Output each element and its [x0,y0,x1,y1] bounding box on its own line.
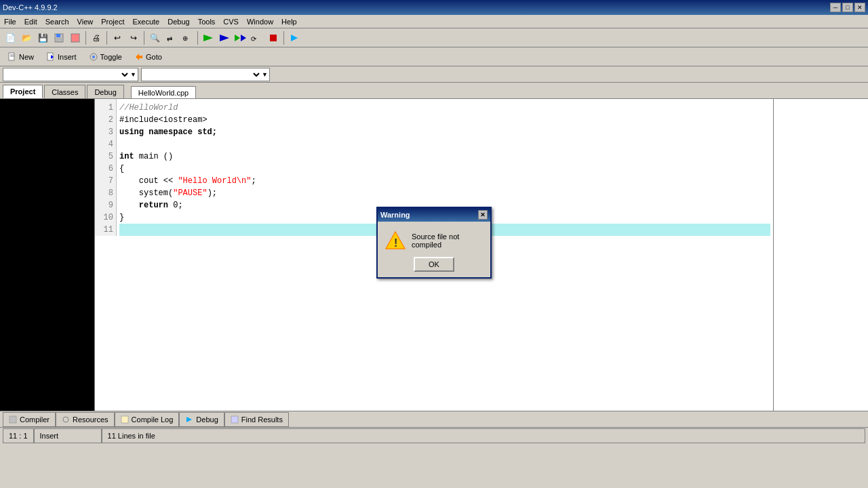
close-button[interactable]: ✕ [854,3,865,12]
toolbar1: 📄 📂 💾 🖨 ↩ ↪ 🔍 ⇄ ⊕ ⟳ [0,28,868,47]
right-panel [773,99,868,411]
menu-project[interactable]: Project [97,15,128,28]
svg-text:⊕: ⊕ [182,35,188,42]
tab-compile-log[interactable]: Compile Log [115,412,180,427]
tab-classes[interactable]: Classes [44,85,85,98]
svg-rect-3 [71,34,79,42]
sep5 [283,31,284,45]
class-combo[interactable]: ▼ [3,68,138,81]
save-btn[interactable]: 💾 [35,30,50,45]
menu-help[interactable]: Help [277,15,301,28]
file-tab-helloworldcpp[interactable]: HelloWorld.cpp [131,86,196,98]
svg-marker-6 [203,35,213,41]
run-btn[interactable] [217,30,232,45]
status-bar: 11 : 1 Insert 11 Lines in file [0,427,868,443]
svg-rect-21 [9,416,16,423]
menu-cvs[interactable]: CVS [219,15,243,28]
compile-run-btn[interactable] [233,30,248,45]
warning-body: ! Source file not compiled OK [378,222,490,277]
new-file-btn[interactable]: 📄 [3,30,18,45]
svg-marker-12 [291,35,298,41]
print-btn[interactable]: 🖨 [89,30,104,45]
bottom-tabs: Compiler Resources Compile Log Debug Fin… [0,411,868,427]
stop-btn[interactable] [266,30,281,45]
method-combo[interactable]: ▼ [141,68,270,81]
maximize-button[interactable]: □ [842,3,853,12]
svg-text:!: ! [394,237,397,249]
insert-btn[interactable]: Insert [41,49,81,64]
debug-start-btn[interactable] [287,30,302,45]
tab-project[interactable]: Project [3,85,43,98]
svg-marker-24 [186,417,192,422]
warning-dialog: Warning ✕ ! Source file not compiled OK [376,207,492,279]
ok-button[interactable]: OK [414,257,454,272]
sep4 [197,31,198,45]
svg-text:⇄: ⇄ [167,35,172,43]
redo-btn[interactable]: ↪ [126,30,141,45]
menu-search[interactable]: Search [41,15,73,28]
method-select[interactable] [143,70,262,79]
menu-edit[interactable]: Edit [20,15,41,28]
title-bar: Dev-C++ 4.9.9.2 ─ □ ✕ [0,0,868,15]
toggle-btn[interactable]: Toggle [84,49,127,64]
menu-tools[interactable]: Tools [194,15,220,28]
warning-message: Source file not compiled [412,232,484,249]
menu-view[interactable]: View [73,15,98,28]
svg-marker-8 [235,35,240,41]
svg-point-22 [63,417,68,422]
find-btn[interactable]: 🔍 [147,30,162,45]
menu-window[interactable]: Window [243,15,277,28]
goto-btn[interactable]: Goto [130,49,167,64]
status-lines: 11 Lines in file [102,428,865,443]
open-btn[interactable]: 📂 [19,30,34,45]
toolbar2: New Insert Toggle Goto [0,47,868,66]
tab-resources[interactable]: Resources [56,412,115,427]
replace-btn[interactable]: ⇄ [163,30,178,45]
new-btn[interactable]: New [3,49,39,64]
menu-debug[interactable]: Debug [163,15,193,28]
menu-file[interactable]: File [0,15,20,28]
tab-compiler[interactable]: Compiler [3,412,56,427]
svg-rect-2 [57,39,61,41]
code-line-2: #include<iostream> [119,114,770,126]
minimize-button[interactable]: ─ [830,3,841,12]
close-file-btn[interactable] [68,30,83,45]
line-numbers: 12345 678910 11 [95,99,117,236]
save-all-btn[interactable] [52,30,66,45]
status-mode: Insert [34,428,102,443]
code-line-7: cout << "Hello World\n"; [119,175,770,187]
tab-debug-bottom[interactable]: Debug [179,412,224,427]
svg-rect-25 [231,416,238,423]
warning-close-button[interactable]: ✕ [478,210,488,220]
warning-titlebar: Warning ✕ [378,208,490,222]
sep1 [85,31,86,45]
code-line-1: //HelloWorld [119,102,770,114]
insert-label: Insert [58,53,77,61]
svg-rect-11 [270,35,277,41]
tab-find-results[interactable]: Find Results [224,412,289,427]
compile-btn[interactable] [201,30,216,45]
menu-execute[interactable]: Execute [128,15,163,28]
toolbar-dropdowns: ▼ ▼ [0,66,868,83]
title-text: Dev-C++ 4.9.9.2 [3,3,58,12]
sep2 [106,31,107,45]
new-label: New [19,53,34,61]
code-line-3: using namespace std; [119,126,770,138]
toggle-label: Toggle [100,53,122,61]
undo-btn[interactable]: ↩ [110,30,125,45]
warning-title: Warning [380,211,410,219]
svg-point-19 [92,56,95,58]
sep3 [144,31,144,45]
goto-label: Goto [146,53,162,61]
svg-rect-1 [56,34,60,37]
class-select[interactable] [5,70,130,79]
svg-marker-20 [136,54,142,60]
code-line-6: { [119,163,770,175]
status-position: 11 : 1 [3,428,34,443]
goto-line-btn[interactable]: ⊕ [180,30,195,45]
tab-debug[interactable]: Debug [87,85,123,98]
menu-bar: File Edit Search View Project Execute De… [0,15,868,28]
code-line-8: system("PAUSE"); [119,187,770,199]
rebuild-btn[interactable]: ⟳ [250,30,264,45]
title-controls: ─ □ ✕ [830,3,865,12]
